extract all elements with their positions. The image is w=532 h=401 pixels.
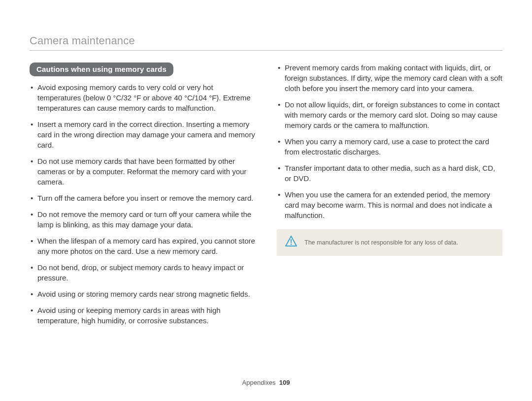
list-item: Transfer important data to other media, … bbox=[277, 163, 502, 184]
page-title: Camera maintenance bbox=[30, 34, 502, 50]
section-heading: Cautions when using memory cards bbox=[30, 62, 173, 76]
left-column: Cautions when using memory cards Avoid e… bbox=[30, 62, 255, 332]
footer-label: Appendixes bbox=[242, 379, 276, 386]
warning-icon bbox=[285, 235, 298, 250]
list-item: When you carry a memory card, use a case… bbox=[277, 136, 502, 157]
list-item: Avoid exposing memory cards to very cold… bbox=[30, 82, 255, 113]
list-item: Do not use memory cards that have been f… bbox=[30, 156, 255, 187]
svg-point-2 bbox=[291, 244, 292, 245]
header-rule bbox=[30, 50, 502, 51]
manual-page: Camera maintenance Cautions when using m… bbox=[0, 0, 532, 401]
left-bullet-list: Avoid exposing memory cards to very cold… bbox=[30, 82, 255, 326]
caution-note: The manufacturer is not responsible for … bbox=[277, 229, 502, 256]
right-column: Prevent memory cards from making contact… bbox=[277, 62, 502, 332]
footer-page-number: 109 bbox=[279, 379, 290, 386]
right-bullet-list: Prevent memory cards from making contact… bbox=[277, 62, 502, 220]
list-item: When you use the camera for an extended … bbox=[277, 189, 502, 220]
list-item: Do not bend, drop, or subject memory car… bbox=[30, 262, 255, 283]
list-item: When the lifespan of a memory card has e… bbox=[30, 236, 255, 256]
list-item: Do not allow liquids, dirt, or foreign s… bbox=[277, 99, 502, 130]
list-item: Do not remove the memory card or turn of… bbox=[30, 209, 255, 230]
list-item: Avoid using or storing memory cards near… bbox=[30, 289, 255, 299]
list-item: Turn off the camera before you insert or… bbox=[30, 193, 255, 203]
list-item: Prevent memory cards from making contact… bbox=[277, 62, 502, 93]
note-text: The manufacturer is not responsible for … bbox=[304, 239, 458, 246]
content-columns: Cautions when using memory cards Avoid e… bbox=[30, 62, 502, 332]
list-item: Avoid using or keeping memory cards in a… bbox=[30, 305, 255, 326]
page-footer: Appendixes 109 bbox=[0, 379, 532, 386]
list-item: Insert a memory card in the correct dire… bbox=[30, 119, 255, 150]
